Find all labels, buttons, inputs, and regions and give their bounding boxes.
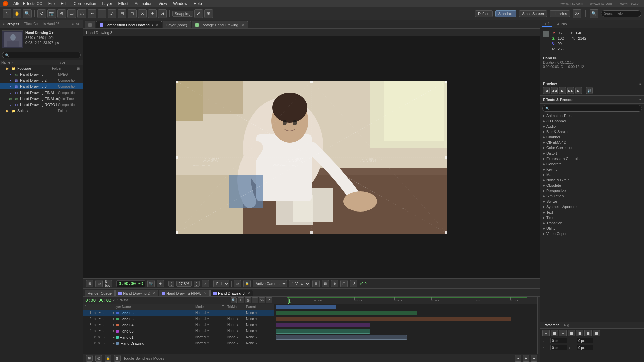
vc-view-select[interactable]: 1 View (289, 280, 310, 287)
preview-step-back[interactable]: ◀◀ (551, 87, 558, 94)
layer-row-5[interactable]: 5 ◎ 👁 ♪ ▶ Hand 01 Normal (83, 334, 274, 340)
vc-camera-btn[interactable]: 📷 (147, 280, 155, 287)
tool-pan[interactable]: ⊕ (57, 9, 66, 18)
tree-item-solids[interactable]: ▶ 📁 Solids Folder (0, 108, 83, 114)
menu-help[interactable]: Help (191, 1, 205, 7)
lr-vis-1[interactable]: 👁 (97, 311, 101, 315)
lr-vis-5[interactable]: 👁 (97, 335, 101, 339)
vc-zoom-value[interactable]: 27.8% (176, 281, 192, 287)
timeline-resize-handle[interactable] (537, 297, 540, 354)
workspace-libraries[interactable]: Libraries (550, 10, 570, 17)
lr-trkmat-dropdown-5[interactable]: ▼ (236, 336, 239, 339)
workspace-default[interactable]: Default (475, 10, 493, 17)
tl-tab-hdfinal[interactable]: Hand Drawing FINAL ✕ (159, 290, 210, 296)
lr-vis-4[interactable]: 👁 (97, 329, 101, 333)
effects-cat-3d[interactable]: ▶ 3D Channel (540, 118, 644, 124)
vc-grid-btn[interactable]: ⊞ (312, 280, 320, 287)
lr-solo-4[interactable]: ◎ (93, 329, 97, 333)
effects-cat-videocopilot[interactable]: ▶ Video Copilot (540, 231, 644, 236)
tree-item-hd3[interactable]: ▸ ⊡ Hand Drawing 3 Compositio (0, 83, 83, 89)
lr-solo-2[interactable]: ◎ (93, 317, 97, 321)
tool-text[interactable]: T (98, 9, 106, 18)
effects-cat-cinema4d[interactable]: ▶ CINEMA 4D (540, 140, 644, 145)
lr-vis-3[interactable]: 👁 (97, 323, 101, 327)
tool-clone[interactable]: ⊞ (118, 9, 126, 18)
lr-trkmat-dropdown-3[interactable]: ▼ (236, 324, 239, 327)
tl-clip-1[interactable] (276, 305, 336, 309)
layer-row-4[interactable]: 4 ◎ 👁 ♪ ▶ Hand 03 Normal (83, 328, 274, 334)
tl-clip-5[interactable] (276, 329, 370, 334)
tl-clip-3[interactable] (276, 317, 511, 321)
vc-ruler-btn[interactable]: ⊡ (322, 280, 329, 287)
lr-arrow-5[interactable]: ▶ (113, 336, 115, 339)
tool-mask-oval[interactable]: ⬭ (77, 9, 86, 18)
tl-clip-6[interactable] (276, 335, 407, 340)
tl-tool-graph[interactable]: ⋯ (252, 297, 258, 303)
effects-cat-animation[interactable]: ▶ Animation Presets (540, 113, 644, 118)
tool-pen[interactable]: ✒ (88, 9, 96, 18)
tool-3d[interactable]: ⊿ (158, 9, 167, 18)
lr-vis-6[interactable]: 👁 (97, 341, 101, 345)
tool-eraser[interactable]: ◻ (128, 9, 137, 18)
cp-justify-all[interactable]: ☰ (593, 330, 600, 336)
effects-cat-generate[interactable]: ▶ Generate (540, 161, 644, 167)
lr-mode-dropdown-5[interactable]: ▼ (207, 336, 209, 339)
tree-item-hand-drawing[interactable]: ▸ ▭ Hand Drawing MPEG (0, 71, 83, 77)
tl-tab-hd3[interactable]: Hand Drawing 3 ✕ (210, 290, 253, 296)
lr-mode-dropdown-1[interactable]: ▼ (207, 311, 209, 314)
preview-play-stop[interactable]: ▶ (559, 87, 566, 94)
tl-footer-lock[interactable]: 🔒 (105, 355, 111, 362)
vc-frame-btn[interactable]: ▭ (234, 280, 241, 287)
tree-item-hd2[interactable]: ▸ ⊡ Hand Drawing 2 Compositio (0, 77, 83, 83)
tl-tab-hd2[interactable]: Hand Drawing 2 ✕ (115, 290, 158, 296)
preview-skip-end[interactable]: ▶| (575, 87, 582, 94)
snapping-label[interactable]: Snapping (172, 11, 193, 17)
comp-name-label[interactable]: Hand Drawing 3 ▾ (25, 30, 59, 35)
tab-close-footage[interactable]: ✕ (241, 23, 244, 27)
lr-arrow-1[interactable]: ▶ (113, 311, 115, 314)
lr-solo-5[interactable]: ◎ (93, 335, 97, 339)
cp-justify-left[interactable]: ☰ (568, 330, 575, 336)
search-btn[interactable]: 🔍 (590, 9, 598, 18)
cp-tab-align[interactable]: Alig (562, 323, 571, 327)
effects-cat-obsolete[interactable]: ▶ Obsolete (540, 183, 644, 188)
tool-selection[interactable]: ↖ (3, 9, 11, 18)
vc-overlay-btn[interactable]: ◫ (340, 280, 348, 287)
tab-comp-hd3[interactable]: Composition Hand Drawing 3 ✕ (96, 21, 162, 28)
search-help-input[interactable] (601, 10, 641, 17)
cp-align-center[interactable]: ☰ (551, 330, 558, 336)
menu-layer[interactable]: Layer (100, 1, 115, 7)
tl-tool-more[interactable]: ≫ (259, 297, 265, 303)
tl-footer-nav-right[interactable]: ▸ (531, 355, 537, 362)
workspace-standard[interactable]: Standard (495, 10, 517, 17)
effects-cat-perspective[interactable]: ▶ Perspective (540, 188, 644, 193)
panel-expand-btn[interactable]: ≫ (76, 22, 80, 26)
project-panel-title[interactable]: Project (7, 22, 19, 26)
tree-item-footage[interactable]: ▶ 📁 Footage Folder ⊞ (0, 65, 83, 71)
effects-cat-noise[interactable]: ▶ Noise & Grain (540, 177, 644, 183)
tl-tab-hdfinal-close[interactable]: ✕ (204, 291, 207, 295)
menu-composition[interactable]: Composition (71, 1, 99, 7)
layer-row-3[interactable]: 3 ◎ 👁 ♪ ▶ Hand 04 Normal (83, 322, 274, 328)
vc-reset-btn[interactable]: ↺ (350, 280, 357, 287)
tree-item-hdroto[interactable]: ▸ ⊡ Hand Drawing ROTO Hand Compositio (0, 102, 83, 108)
tl-tool-solo[interactable]: ◎ (245, 297, 251, 303)
effects-cat-transition[interactable]: ▶ Transition (540, 220, 644, 226)
tl-footer-nav-left[interactable]: ◂ (515, 355, 521, 362)
cp-space-before-input[interactable] (550, 345, 567, 350)
tool-rotate[interactable]: ↺ (37, 9, 46, 18)
vc-resolution-select[interactable]: Full (213, 280, 229, 287)
vc-magnet[interactable]: ⊕ (157, 280, 164, 287)
layer-row-2[interactable]: 2 ◎ 👁 ♪ ▶ Hand 05 Normal (83, 316, 274, 322)
lr-audio-3[interactable]: ♪ (102, 323, 106, 327)
cp-indent-left-input[interactable] (550, 338, 567, 343)
lr-trkmat-dropdown-6[interactable]: ▼ (236, 342, 239, 345)
tl-clip-4[interactable] (276, 323, 370, 327)
lr-arrow-4[interactable]: ▶ (113, 329, 115, 333)
preview-step-forward[interactable]: ▶▶ (567, 87, 574, 94)
snapping-toggle[interactable]: ⤢ (194, 9, 203, 18)
lr-parent-dropdown-3[interactable]: ▼ (255, 324, 258, 327)
tool-camera[interactable]: 📷 (47, 9, 56, 18)
tl-tab-hd2-close[interactable]: ✕ (152, 291, 155, 295)
vc-timecode[interactable]: 0:00:00:03 (116, 280, 145, 287)
